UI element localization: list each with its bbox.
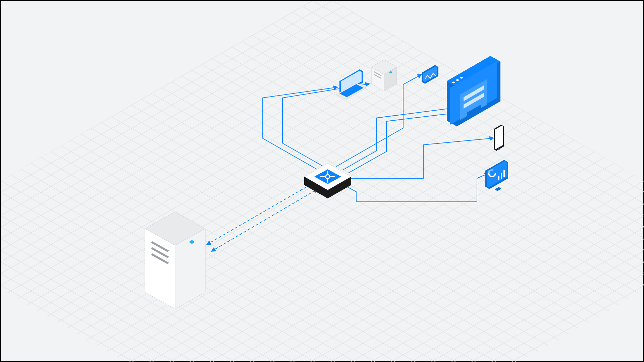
diagram-svg xyxy=(1,1,644,362)
smartphone-icon xyxy=(494,125,504,151)
svg-point-32 xyxy=(456,79,459,81)
svg-point-7 xyxy=(190,240,194,244)
svg-point-26 xyxy=(389,71,392,73)
diagram-canvas xyxy=(0,0,644,362)
svg-point-33 xyxy=(460,77,463,79)
svg-marker-40 xyxy=(495,126,503,149)
svg-point-31 xyxy=(452,82,455,83)
svg-point-41 xyxy=(498,148,500,150)
main-server-icon xyxy=(145,212,205,309)
